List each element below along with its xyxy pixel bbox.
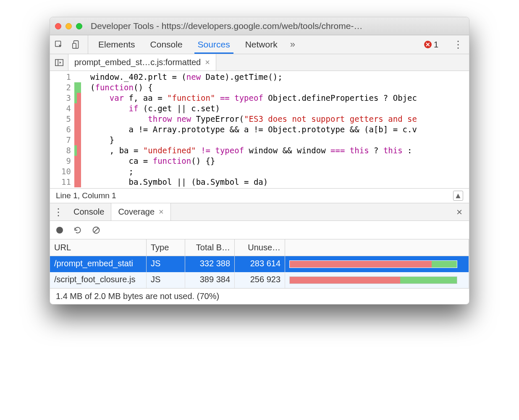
close-drawer-icon[interactable]: ×	[450, 203, 469, 220]
record-icon[interactable]	[56, 226, 63, 234]
tab-network[interactable]: Network	[238, 35, 285, 54]
error-icon: ✕	[424, 41, 432, 48]
gutter: 1234567891011	[50, 71, 86, 188]
col-type[interactable]: Type	[147, 239, 185, 256]
toolbar-right: ✕ 1 ⋮	[424, 35, 469, 54]
error-badge[interactable]: ✕ 1	[424, 40, 438, 50]
devtools-window: Developer Tools - https://developers.goo…	[50, 17, 469, 304]
tab-sources[interactable]: Sources	[190, 35, 238, 54]
code-editor: 1234567891011 window._402.prlt = (new Da…	[50, 71, 469, 188]
clear-icon[interactable]	[92, 226, 100, 234]
drawer-tab-coverage[interactable]: Coverage ×	[111, 203, 170, 220]
coverage-footer: 1.4 MB of 2.0 MB bytes are not used. (70…	[50, 288, 469, 304]
drawer-tab-console[interactable]: Console	[67, 203, 111, 220]
drawer-menu-icon[interactable]: ⋮	[50, 203, 67, 220]
svg-point-5	[56, 227, 63, 234]
col-total[interactable]: Total B…	[185, 239, 235, 256]
window-title: Developer Tools - https://developers.goo…	[91, 21, 464, 31]
collapse-drawer-icon[interactable]: ▲	[453, 191, 463, 201]
show-navigator-icon[interactable]	[50, 54, 68, 71]
minimize-window-button[interactable]	[66, 23, 72, 29]
col-url[interactable]: URL	[50, 239, 147, 256]
separator	[88, 35, 88, 54]
close-window-button[interactable]	[55, 23, 61, 29]
coverage-row[interactable]: /script_foot_closure.jsJS389 384256 923	[50, 272, 469, 288]
error-count: 1	[434, 40, 438, 50]
coverage-row[interactable]: /prompt_embed_statiJS332 388283 614	[50, 256, 469, 272]
more-tabs-chevron-icon[interactable]: »	[285, 35, 300, 54]
tab-elements[interactable]: Elements	[91, 35, 143, 54]
zoom-window-button[interactable]	[76, 23, 82, 29]
inspect-element-icon[interactable]	[50, 35, 68, 54]
reload-icon[interactable]	[73, 226, 82, 234]
coverage-table: URL Type Total B… Unuse… /prompt_embed_s…	[50, 239, 469, 288]
titlebar: Developer Tools - https://developers.goo…	[50, 17, 469, 35]
col-unused[interactable]: Unuse…	[235, 239, 285, 256]
file-tab[interactable]: prompt_embed_st…c.js:formatted ×	[68, 54, 216, 71]
main-toolbar: Elements Console Sources Network » ✕ 1 ⋮	[50, 35, 469, 54]
file-tab-row: prompt_embed_st…c.js:formatted ×	[50, 54, 469, 71]
close-drawer-tab-icon[interactable]: ×	[159, 207, 164, 217]
code-content[interactable]: window._402.prlt = (new Date).getTime();…	[86, 71, 469, 188]
traffic-lights	[55, 23, 82, 29]
close-tab-icon[interactable]: ×	[205, 58, 210, 67]
drawer-tabs: ⋮ Console Coverage × ×	[50, 203, 469, 221]
settings-kebab-icon[interactable]: ⋮	[452, 39, 464, 50]
coverage-summary: 1.4 MB of 2.0 MB bytes are not used. (70…	[56, 291, 219, 301]
coverage-toolbar	[50, 221, 469, 239]
device-toolbar-icon[interactable]	[68, 35, 85, 54]
editor-status-bar: Line 1, Column 1 ▲	[50, 188, 469, 203]
coverage-header: URL Type Total B… Unuse…	[50, 239, 469, 256]
svg-line-7	[94, 228, 98, 232]
svg-rect-2	[73, 43, 76, 48]
col-bar	[285, 239, 469, 256]
file-tab-label: prompt_embed_st…c.js:formatted	[74, 58, 201, 67]
cursor-position: Line 1, Column 1	[56, 191, 116, 200]
panel-tabs: Elements Console Sources Network »	[91, 35, 424, 54]
tab-console[interactable]: Console	[143, 35, 190, 54]
svg-rect-3	[55, 59, 63, 66]
